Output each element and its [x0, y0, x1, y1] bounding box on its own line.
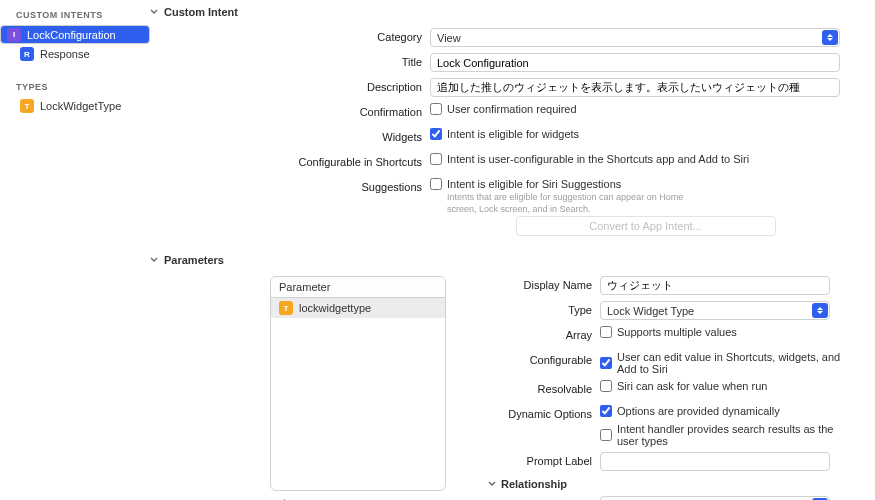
chevron-updown-icon	[822, 30, 838, 45]
add-parameter-button[interactable]: ＋	[278, 495, 291, 500]
input-description[interactable]	[430, 78, 840, 97]
table-row[interactable]: T lockwidgettype	[271, 298, 445, 318]
section-title-relationship: Relationship	[501, 478, 567, 490]
sidebar-section-types: TYPES	[0, 80, 150, 96]
sidebar-item-label: LockWidgetType	[40, 100, 121, 112]
label-suggestions: Suggestions	[150, 178, 430, 193]
label-prompt: Prompt Label	[470, 452, 600, 467]
checkbox-search-results[interactable]	[600, 429, 612, 441]
sidebar-item-label: LockConfiguration	[27, 29, 116, 41]
sidebar-item-lockconfiguration[interactable]: I LockConfiguration	[0, 25, 150, 44]
select-category[interactable]: View	[430, 28, 840, 47]
label-display-name: Display Name	[470, 276, 600, 291]
sidebar-item-lockwidgettype[interactable]: T LockWidgetType	[0, 97, 150, 115]
parameters-table: Parameter T lockwidgettype	[270, 276, 446, 491]
section-title-parameters: Parameters	[164, 254, 224, 266]
sidebar: CUSTOM INTENTS I LockConfiguration R Res…	[0, 0, 150, 500]
label-type: Type	[470, 301, 600, 316]
chevron-down-icon[interactable]	[150, 8, 158, 16]
parameters-table-header: Parameter	[271, 277, 445, 298]
checkbox-suggestions[interactable]	[430, 178, 442, 190]
response-icon: R	[20, 47, 34, 61]
input-prompt-label[interactable]	[600, 452, 830, 471]
hint-suggestions: Intents that are eligible for suggestion…	[447, 192, 707, 215]
sidebar-section-custom-intents: CUSTOM INTENTS	[0, 8, 150, 24]
label-parent-parameter: Parent Parameter	[470, 496, 600, 500]
label-param-configurable: Configurable	[470, 351, 600, 366]
label-title: Title	[150, 53, 430, 68]
select-type[interactable]: Lock Widget Type	[600, 301, 830, 320]
checkbox-dynamic-options[interactable]	[600, 405, 612, 417]
checkbox-resolvable[interactable]	[600, 380, 612, 392]
label-widgets: Widgets	[150, 128, 430, 143]
checkbox-configurable-shortcuts[interactable]	[430, 153, 442, 165]
label-confirmation: Confirmation	[150, 103, 430, 118]
remove-parameter-button[interactable]: －	[301, 495, 314, 500]
chevron-updown-icon	[812, 303, 828, 318]
sidebar-item-label: Response	[40, 48, 90, 60]
checkbox-array[interactable]	[600, 326, 612, 338]
section-title-custom-intent: Custom Intent	[164, 6, 238, 18]
label-resolvable: Resolvable	[470, 380, 600, 395]
chevron-down-icon[interactable]	[488, 480, 496, 488]
main: Custom Intent Category View Title Des	[150, 0, 875, 500]
label-configurable-shortcuts: Configurable in Shortcuts	[150, 153, 430, 168]
label-category: Category	[150, 28, 430, 43]
type-icon: T	[279, 301, 293, 315]
checkbox-param-configurable[interactable]	[600, 357, 612, 369]
chevron-down-icon[interactable]	[150, 256, 158, 264]
checkbox-confirmation[interactable]	[430, 103, 442, 115]
label-description: Description	[150, 78, 430, 93]
sidebar-item-response[interactable]: R Response	[0, 45, 150, 63]
input-title[interactable]	[430, 53, 840, 72]
label-dynamic-options: Dynamic Options	[470, 405, 600, 420]
convert-to-app-intent-button[interactable]: Convert to App Intent...	[516, 216, 776, 236]
input-display-name[interactable]	[600, 276, 830, 295]
type-icon: T	[20, 99, 34, 113]
select-parent-parameter[interactable]: None	[600, 496, 830, 500]
checkbox-widgets[interactable]	[430, 128, 442, 140]
intent-icon: I	[7, 28, 21, 42]
label-array: Array	[470, 326, 600, 341]
